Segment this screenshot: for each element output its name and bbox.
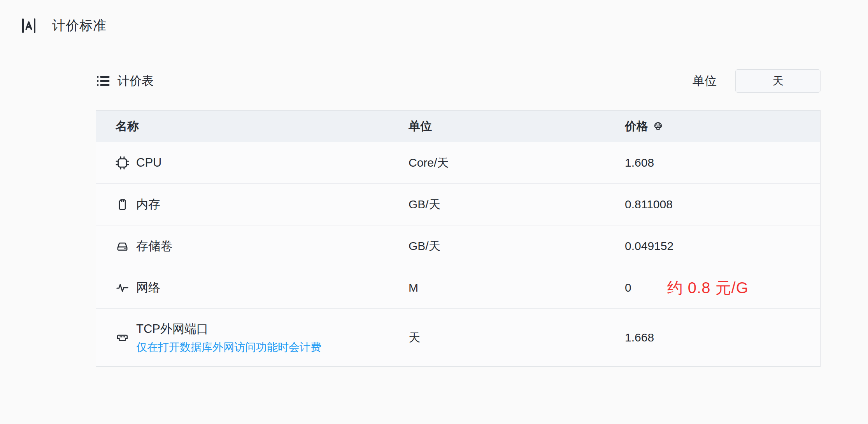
- header-unit: 单位: [409, 118, 623, 134]
- table-row: 网络 M 0 约 0.8 元/G: [96, 267, 820, 309]
- resource-price: 0.049152: [625, 239, 673, 253]
- name-cell: CPU: [96, 156, 409, 170]
- resource-unit: 天: [409, 330, 623, 346]
- unit-select[interactable]: 天: [735, 69, 821, 93]
- header-name: 名称: [96, 118, 409, 134]
- table-row: 内存 GB/天 0.811008: [96, 184, 820, 225]
- price-cell: 1.608: [623, 156, 820, 169]
- resource-note: 仅在打开数据库外网访问功能时会计费: [136, 340, 321, 355]
- unit-switcher: 单位 天: [693, 69, 821, 93]
- price-cell: 0.811008: [623, 198, 820, 211]
- table-row: 存储卷 GB/天 0.049152: [96, 225, 820, 267]
- name-cell: 网络: [96, 280, 409, 296]
- resource-price: 0: [625, 281, 631, 294]
- tcp-icon: [116, 331, 129, 345]
- page-header: 计价标准: [21, 16, 107, 36]
- price-annotation: 约 0.8 元/G: [667, 277, 749, 299]
- resource-name: TCP外网端口: [136, 321, 321, 337]
- resource-name: CPU: [136, 156, 161, 170]
- resource-unit: Core/天: [409, 155, 623, 171]
- resource-unit: GB/天: [409, 238, 623, 254]
- name-cell: 存储卷: [96, 238, 409, 254]
- content: 计价表 单位 天 名称 单位 价格: [96, 69, 821, 367]
- price-cell: 1.668: [623, 331, 820, 344]
- toolbar: 计价表 单位 天: [96, 69, 821, 93]
- resource-name: 网络: [136, 280, 160, 296]
- section-title: 计价表: [117, 73, 154, 89]
- resource-price: 1.668: [625, 331, 654, 344]
- resource-name: 内存: [136, 196, 160, 213]
- header-price: 价格: [623, 118, 820, 134]
- storage-icon: [116, 239, 129, 253]
- table-body: CPU Core/天 1.608 内存 GB/天 0.811008 存储卷: [96, 142, 820, 366]
- unit-label: 单位: [693, 73, 717, 89]
- resource-price: 0.811008: [625, 198, 673, 211]
- shell-currency-icon: [653, 121, 663, 132]
- name-cell: TCP外网端口 仅在打开数据库外网访问功能时会计费: [96, 321, 409, 355]
- pricing-app-icon: [21, 16, 37, 36]
- resource-unit: M: [409, 281, 623, 294]
- list-icon: [96, 74, 110, 88]
- resource-price: 1.608: [625, 156, 654, 169]
- price-cell: 0.049152: [623, 239, 820, 253]
- section-header: 计价表: [96, 73, 154, 89]
- table-row: CPU Core/天 1.608: [96, 142, 820, 184]
- table-row: TCP外网端口 仅在打开数据库外网访问功能时会计费 天 1.668: [96, 309, 820, 366]
- price-cell: 0 约 0.8 元/G: [623, 277, 820, 299]
- memory-icon: [116, 198, 129, 211]
- resource-name: 存储卷: [136, 238, 172, 254]
- resource-unit: GB/天: [409, 197, 623, 213]
- name-cell: 内存: [96, 196, 409, 213]
- pricing-table: 名称 单位 价格 CPU Core/天: [96, 110, 821, 367]
- cpu-icon: [116, 156, 129, 170]
- table-header: 名称 单位 价格: [96, 111, 820, 142]
- page-title: 计价标准: [52, 17, 107, 35]
- network-icon: [116, 281, 129, 295]
- header-price-label: 价格: [625, 118, 648, 134]
